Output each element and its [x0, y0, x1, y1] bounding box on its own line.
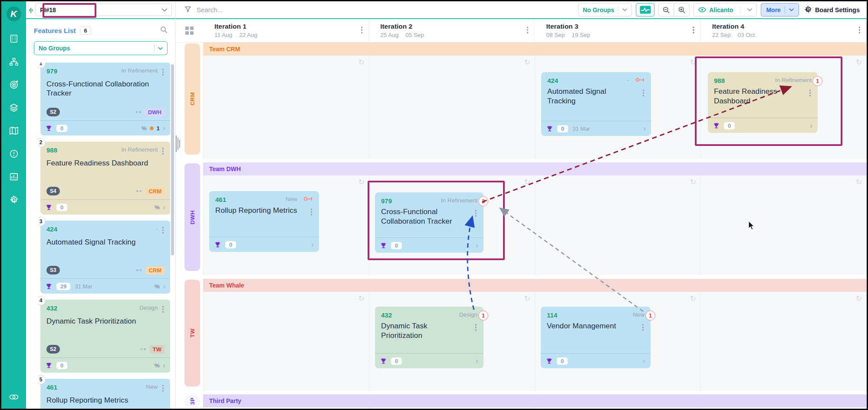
sync-icon[interactable]: ↻	[524, 178, 530, 187]
layers-icon[interactable]	[8, 102, 20, 113]
features-scrollbar[interactable]	[171, 64, 174, 255]
objectives-target-icon[interactable]	[8, 79, 20, 90]
sync-icon[interactable]: ↻	[856, 178, 862, 187]
hierarchy-icon[interactable]	[8, 56, 20, 67]
board-cell[interactable]: ↻	[204, 56, 369, 159]
view-as-user-button[interactable]: Alicanto	[694, 3, 757, 17]
kebab-menu-icon[interactable]	[310, 207, 313, 217]
chevron-right-icon[interactable]: ›	[476, 357, 478, 365]
roadmap-icon[interactable]	[8, 125, 20, 136]
board-grid-view-icon[interactable]	[185, 26, 194, 35]
sync-icon[interactable]: ↻	[358, 294, 365, 303]
board-settings-button[interactable]: Board Settings	[803, 3, 861, 17]
sync-icon[interactable]: ↻	[856, 58, 862, 67]
kebab-menu-icon[interactable]	[161, 304, 165, 314]
features-group-filter[interactable]: No Groups	[34, 41, 168, 55]
trophy-icon-wrap	[46, 362, 52, 369]
board-cell[interactable]: ↻114New1Vendor Management0›	[535, 292, 701, 391]
feature-card[interactable]: 2988In RefinementFeature Readiness Dashb…	[40, 142, 170, 215]
board-feature-card[interactable]: 988In Refinement1Feature Readiness Dashb…	[708, 72, 818, 133]
board-cell[interactable]: ↻	[701, 175, 867, 275]
activity-view-button[interactable]	[636, 3, 654, 17]
kebab-menu-icon[interactable]	[692, 25, 695, 35]
sync-icon[interactable]: ↻	[690, 294, 696, 303]
filter-funnel-icon[interactable]	[184, 6, 191, 14]
kebab-menu-icon[interactable]	[360, 25, 364, 35]
board-cell[interactable]: ↻424-Automated Signal Tracking031 Mar›	[535, 56, 701, 159]
collapse-panel-icon[interactable]: ‹|›	[29, 7, 33, 13]
dependency-count-badge[interactable]: 1	[478, 311, 488, 321]
sidebar-settings-icon[interactable]	[8, 194, 20, 205]
pi-selector-dropdown[interactable]: PI#18	[35, 3, 172, 16]
kebab-menu-icon[interactable]	[642, 88, 645, 98]
zoom-in-button[interactable]	[674, 3, 690, 17]
dependency-count-badge[interactable]: 3	[478, 196, 488, 206]
chevron-right-icon[interactable]: ›	[810, 122, 812, 129]
kebab-menu-icon[interactable]	[641, 323, 645, 332]
board-search-input[interactable]: Search...	[197, 6, 223, 13]
sync-icon[interactable]: ↻	[856, 294, 862, 303]
team-row: ↻↻↻↻	[203, 407, 867, 410]
chevron-right-icon[interactable]: ›	[643, 357, 645, 365]
board-cell[interactable]: ↻	[701, 407, 867, 410]
feature-card[interactable]: 4432DesignDynamic Task PrioritizationS2T…	[40, 300, 170, 373]
kebab-menu-icon[interactable]	[526, 25, 529, 35]
board-cell[interactable]: ↻	[204, 292, 369, 391]
sync-icon[interactable]: ↻	[524, 58, 530, 67]
app-logo-icon[interactable]: K	[7, 7, 21, 21]
sync-icon[interactable]: ↻	[358, 58, 365, 67]
boards-icon[interactable]	[8, 33, 20, 44]
board-feature-card[interactable]: 432Design1Dynamic Task Prioritization0›	[375, 307, 483, 368]
board-cell[interactable]: ↻	[369, 407, 535, 410]
zoom-out-button[interactable]	[658, 3, 674, 17]
integrations-link-icon[interactable]	[8, 391, 20, 403]
kebab-menu-icon[interactable]	[809, 88, 812, 98]
chevron-right-icon[interactable]: ›	[311, 241, 314, 248]
reports-chart-icon[interactable]	[8, 171, 20, 182]
chevron-right-icon[interactable]: ›	[476, 241, 478, 249]
percent-icon: %	[155, 362, 160, 369]
dependency-count-badge[interactable]: 1	[812, 76, 822, 86]
kebab-menu-icon[interactable]	[161, 225, 165, 235]
sync-icon[interactable]: ↻	[524, 294, 530, 303]
chevron-right-icon[interactable]: ›	[643, 125, 646, 132]
kebab-menu-icon[interactable]	[474, 208, 478, 218]
kebab-menu-icon[interactable]	[858, 25, 861, 35]
sync-icon[interactable]: ↻	[690, 58, 696, 67]
iteration-header-4: Iteration 422 Sep03 Oct	[701, 19, 867, 42]
board-cell[interactable]: ↻461NewRollup Reporting Metrics0›	[204, 175, 369, 275]
kebab-menu-icon[interactable]	[161, 67, 165, 77]
kebab-menu-icon[interactable]	[161, 146, 165, 156]
chevron-right-icon[interactable]: ›	[163, 282, 165, 290]
feature-card[interactable]: 1979In RefinementCross-Functional Collab…	[40, 63, 170, 136]
panel-resize-handle[interactable]	[176, 134, 182, 153]
chevron-right-icon[interactable]: ›	[163, 361, 165, 369]
board-feature-card[interactable]: 424-Automated Signal Tracking031 Mar›	[541, 72, 651, 136]
board-feature-card[interactable]: 979In Refinement3Cross-Functional Collab…	[375, 192, 483, 253]
board-toolbar: Search... No Groups	[176, 1, 867, 19]
board-group-filter-button[interactable]: No Groups	[578, 3, 632, 17]
sync-icon[interactable]: ↻	[358, 178, 365, 187]
board-cell[interactable]: ↻979In Refinement3Cross-Functional Colla…	[369, 175, 535, 275]
board-cell[interactable]: ↻	[535, 175, 701, 275]
board-cell[interactable]: ↻	[701, 292, 867, 391]
feature-card[interactable]: 3424-Automated Signal TrackingS3CRM2931 …	[40, 221, 170, 294]
risks-alert-icon[interactable]	[8, 148, 20, 159]
board-feature-card[interactable]: 114New1Vendor Management0›	[541, 307, 651, 368]
board-cell[interactable]: ↻432Design1Dynamic Task Prioritization0›	[369, 292, 535, 391]
board-cell[interactable]: ↻	[204, 407, 369, 410]
more-menu-button[interactable]: More	[761, 3, 799, 17]
iteration-end-date: 22 Aug	[239, 32, 257, 38]
sync-icon[interactable]: ↻	[690, 178, 696, 187]
board-feature-card[interactable]: 461NewRollup Reporting Metrics0›	[209, 191, 319, 252]
chevron-right-icon[interactable]: ›	[163, 203, 165, 211]
board-cell[interactable]: ↻988In Refinement1Feature Readiness Dash…	[701, 56, 867, 159]
kebab-menu-icon[interactable]	[161, 384, 165, 393]
board-cell[interactable]: ↻	[369, 56, 535, 159]
board-cell[interactable]: ↻	[535, 407, 701, 410]
kebab-menu-icon[interactable]	[474, 323, 478, 332]
feature-card[interactable]: 5461NewRollup Reporting Metrics	[40, 379, 170, 409]
search-icon[interactable]	[160, 26, 168, 35]
chevron-right-icon[interactable]: ›	[163, 124, 165, 132]
dependency-count-badge[interactable]: 1	[645, 311, 655, 321]
